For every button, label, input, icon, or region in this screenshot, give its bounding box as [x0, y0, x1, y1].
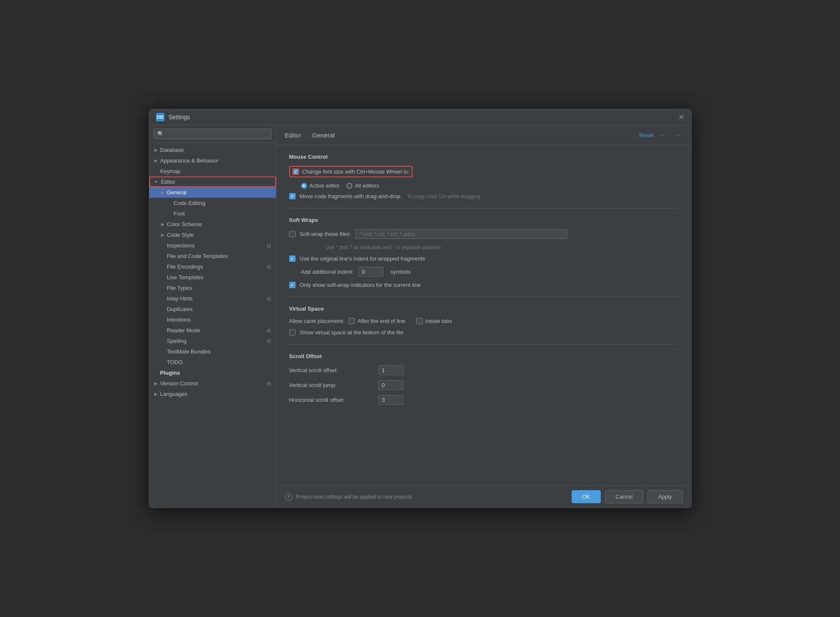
- sidebar-item-label: File and Code Templates: [167, 253, 228, 259]
- sidebar-item-font[interactable]: ▶ Font: [149, 208, 276, 219]
- sidebar-item-appearance[interactable]: ▶ Appearance & Behavior: [149, 155, 276, 166]
- mouse-control-section-title: Mouse Control: [289, 154, 678, 160]
- app-icon: DB: [156, 113, 165, 121]
- search-input[interactable]: [167, 131, 268, 137]
- sidebar-item-inlay-hints[interactable]: ▶ Inlay Hints ⊟: [149, 293, 276, 304]
- original-indent-checkbox[interactable]: [289, 255, 296, 262]
- chevron-down-icon: ▶: [161, 190, 165, 195]
- apply-button[interactable]: Apply: [647, 490, 683, 503]
- sidebar-item-version-control[interactable]: ▶ Version Control ⊟: [149, 378, 276, 389]
- add-indent-input[interactable]: 0: [358, 267, 384, 277]
- ok-button[interactable]: OK: [572, 490, 601, 503]
- sidebar-item-editor[interactable]: ▼ Editor: [149, 177, 276, 187]
- sidebar-item-file-types[interactable]: ▶ File Types: [149, 283, 276, 293]
- settings-icon: ⊟: [267, 328, 271, 334]
- change-font-checkbox[interactable]: [293, 168, 299, 175]
- sidebar-item-label: File Types: [167, 285, 192, 291]
- after-end-checkbox[interactable]: [349, 318, 355, 324]
- settings-icon: ⊟: [267, 264, 271, 270]
- sidebar-item-file-code-templates[interactable]: ▶ File and Code Templates: [149, 251, 276, 261]
- only-current-row: Only show soft-wrap indicators for the c…: [289, 282, 678, 288]
- sidebar-item-code-style[interactable]: ▶ Code Style: [149, 230, 276, 240]
- original-indent-row: Use the original line's indent for wrapp…: [289, 255, 678, 262]
- search-wrap[interactable]: 🔍: [153, 129, 272, 139]
- sidebar-item-label: General: [167, 189, 187, 196]
- sidebar-item-duplicates[interactable]: ▶ Duplicates: [149, 304, 276, 314]
- allow-caret-row: Allow caret placement: After the end of …: [289, 318, 678, 324]
- sidebar-item-spelling[interactable]: ▶ Spelling ⊟: [149, 336, 276, 346]
- content-panel: Editor › General Reset ← → Mouse Control: [276, 125, 691, 508]
- chevron-down-icon: ▼: [154, 179, 159, 184]
- soft-wrap-hint-row: Use * and ? as wildcards and ; to separa…: [323, 244, 678, 250]
- settings-icon: ⊟: [267, 243, 271, 249]
- forward-button[interactable]: →: [673, 130, 683, 140]
- show-virtual-checkbox[interactable]: [289, 329, 296, 336]
- inside-tabs-checkbox[interactable]: [416, 318, 423, 324]
- move-code-checkbox[interactable]: [289, 193, 296, 199]
- only-current-checkbox[interactable]: [289, 282, 296, 288]
- sidebar-list: ▶ Database ▶ Appearance & Behavior ▶ Key…: [149, 143, 276, 508]
- sidebar-item-label: Intentions: [167, 317, 191, 323]
- change-font-highlighted-container: Change font size with Ctrl+Mouse Wheel i…: [289, 166, 413, 177]
- only-current-label[interactable]: Only show soft-wrap indicators for the c…: [300, 282, 421, 288]
- sidebar-item-reader-mode[interactable]: ▶ Reader Mode ⊟: [149, 325, 276, 336]
- vertical-jump-label: Vertical scroll jump:: [289, 382, 374, 388]
- after-end-checkbox-wrap: After the end of line: [349, 318, 405, 324]
- sidebar-item-inspections[interactable]: ▶ Inspections ⊟: [149, 240, 276, 251]
- move-code-hint: To copy, hold Ctrl while dragging: [407, 194, 480, 199]
- sidebar-item-plugins[interactable]: ▶ Plugins: [149, 367, 276, 378]
- settings-body: Mouse Control Change font size with Ctrl…: [276, 145, 691, 485]
- sidebar-item-code-editing[interactable]: ▶ Code Editing: [149, 198, 276, 208]
- original-indent-label[interactable]: Use the original line's indent for wrapp…: [300, 255, 425, 262]
- sidebar-item-textmate-bundles[interactable]: ▶ TextMate Bundles: [149, 346, 276, 357]
- active-editor-radio[interactable]: [301, 183, 307, 189]
- show-virtual-label[interactable]: Show virtual space at the bottom of the …: [300, 329, 404, 336]
- all-editors-radio-label[interactable]: All editors: [346, 182, 379, 189]
- vertical-offset-label: Vertical scroll offset:: [289, 367, 374, 373]
- sidebar-item-general[interactable]: ▶ General: [149, 187, 276, 198]
- add-indent-suffix: symbols: [391, 269, 411, 275]
- sidebar-item-label: Plugins: [160, 370, 180, 376]
- move-code-label[interactable]: Move code fragments with drag-and-drop: [300, 193, 401, 199]
- sidebar-item-file-encodings[interactable]: ▶ File Encodings ⊟: [149, 261, 276, 272]
- all-editors-radio[interactable]: [346, 183, 352, 189]
- after-end-label: After the end of line: [357, 318, 405, 324]
- sidebar-item-label: Database: [160, 147, 184, 153]
- soft-wrap-label[interactable]: Soft-wrap these files:: [300, 231, 351, 237]
- add-indent-row: Add additional indent: 0 symbols: [301, 267, 678, 277]
- sidebar-item-label: TextMate Bundles: [167, 348, 211, 355]
- info-icon: ?: [285, 493, 293, 501]
- sidebar-item-label: Code Editing: [174, 200, 205, 206]
- header-actions: Reset ← →: [639, 130, 683, 140]
- active-editor-radio-label[interactable]: Active editor: [301, 182, 340, 189]
- sidebar-item-languages[interactable]: ▶ Languages: [149, 389, 276, 399]
- divider-3: [289, 344, 678, 345]
- sidebar-item-color-scheme[interactable]: ▶ Color Scheme: [149, 219, 276, 230]
- close-button[interactable]: ✕: [678, 113, 684, 121]
- settings-icon: ⊟: [267, 296, 271, 302]
- sidebar-item-intentions[interactable]: ▶ Intentions: [149, 314, 276, 325]
- breadcrumb-separator: ›: [306, 132, 310, 139]
- settings-icon: ⊟: [267, 338, 271, 344]
- back-button[interactable]: ←: [658, 130, 668, 140]
- content-header: Editor › General Reset ← →: [276, 125, 691, 145]
- settings-dialog: DB Settings ✕ 🔍 ▶ Database ▶: [149, 109, 692, 508]
- vertical-offset-input[interactable]: [378, 365, 404, 375]
- move-code-row: Move code fragments with drag-and-drop T…: [289, 193, 678, 199]
- sidebar-item-keymap[interactable]: ▶ Keymap: [149, 166, 276, 177]
- sidebar-item-todo[interactable]: ▶ TODO: [149, 357, 276, 367]
- sidebar-item-label: Inspections: [167, 242, 195, 249]
- dialog-title: Settings: [169, 114, 678, 121]
- change-font-label[interactable]: Change font size with Ctrl+Mouse Wheel i…: [302, 168, 410, 175]
- cancel-button[interactable]: Cancel: [605, 490, 643, 503]
- vertical-jump-input[interactable]: [378, 380, 404, 390]
- sidebar-item-label: Font: [174, 210, 185, 217]
- horizontal-offset-row: Horizontal scroll offset:: [289, 395, 678, 405]
- sidebar-item-database[interactable]: ▶ Database: [149, 145, 276, 155]
- horizontal-offset-input[interactable]: [378, 395, 404, 405]
- soft-wrap-input[interactable]: [355, 229, 567, 239]
- reset-button[interactable]: Reset: [639, 132, 654, 138]
- sidebar-item-live-templates[interactable]: ▶ Live Templates: [149, 272, 276, 283]
- soft-wrap-checkbox[interactable]: [289, 231, 296, 237]
- soft-wraps-section-title: Soft Wraps: [289, 217, 678, 223]
